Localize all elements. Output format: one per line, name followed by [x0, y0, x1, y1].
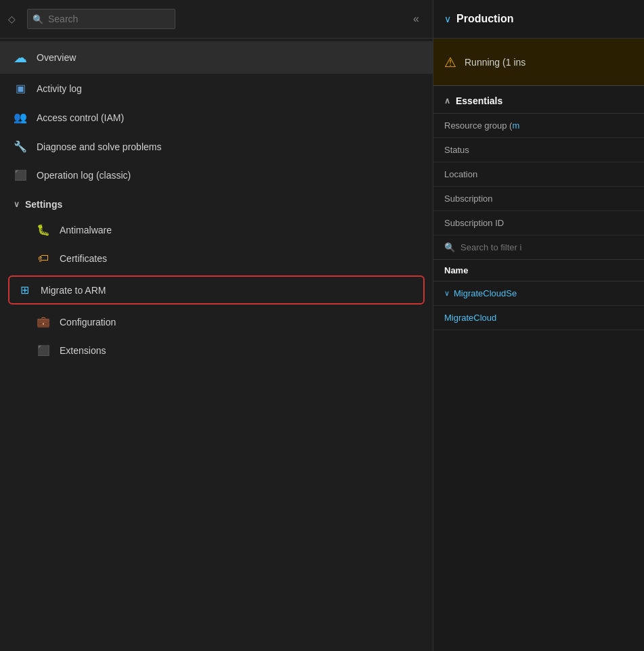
migrate-cloud-label: MigrateCloud — [444, 313, 496, 323]
settings-section-header[interactable]: ∨ Settings — [0, 189, 433, 215]
migrate-to-arm-label: Migrate to ARM — [41, 285, 106, 296]
sidebar: ◇ 🔍 « ☁ Overview ▣ Activity log 👥 Access… — [0, 0, 433, 651]
collapse-button[interactable]: « — [408, 10, 425, 28]
sidebar-item-activity-log[interactable]: ▣ Activity log — [0, 74, 433, 103]
extensions-label: Extensions — [60, 345, 106, 356]
search-icon: 🔍 — [33, 14, 43, 24]
essentials-row-status: Status — [433, 138, 644, 162]
essentials-title: Essentials — [456, 95, 502, 106]
operation-log-icon: ⬛ — [14, 169, 27, 181]
certificates-icon: 🏷 — [37, 252, 50, 265]
migrate-cloud-se-link[interactable]: ∨ MigrateCloudSe — [444, 288, 633, 298]
table-column-name: Name — [444, 265, 468, 275]
search-input[interactable] — [27, 9, 175, 29]
search-input-wrapper: 🔍 — [27, 9, 402, 29]
filter-search-icon: 🔍 — [444, 242, 455, 252]
essentials-header[interactable]: ∧ Essentials — [433, 86, 644, 114]
diamond-icon: ◇ — [8, 14, 22, 24]
panel-title: Production — [456, 13, 513, 25]
overview-label: Overview — [37, 52, 76, 63]
antimalware-icon: 🐛 — [37, 223, 50, 236]
essentials-row-subscription: Subscription — [433, 187, 644, 211]
status-text: Running (1 ins — [465, 57, 525, 68]
table-items: ∨ MigrateCloudSe MigrateCloud — [433, 282, 644, 330]
subscription-id-label: Subscription ID — [444, 218, 504, 228]
sidebar-item-configuration[interactable]: 💼 Configuration — [0, 307, 433, 336]
essentials-row-subscription-id: Subscription ID — [433, 211, 644, 235]
settings-label: Settings — [25, 199, 62, 210]
sidebar-item-diagnose[interactable]: 🔧 Diagnose and solve problems — [0, 132, 433, 161]
antimalware-label: Antimalware — [60, 225, 112, 235]
sidebar-item-antimalware[interactable]: 🐛 Antimalware — [0, 215, 433, 244]
sidebar-item-migrate-to-arm[interactable]: ⊞ Migrate to ARM — [8, 275, 425, 305]
configuration-label: Configuration — [60, 317, 116, 328]
migrate-cloud-se-label: MigrateCloudSe — [454, 288, 517, 298]
warning-icon: ⚠ — [444, 54, 456, 70]
table-header: Name — [433, 260, 644, 282]
extensions-icon: ⬛ — [37, 344, 50, 357]
location-label: Location — [444, 169, 477, 179]
right-panel: ∨ Production ⚠ Running (1 ins ∧ Essentia… — [433, 0, 644, 651]
table-row: ∨ MigrateCloudSe — [433, 282, 644, 306]
overview-icon: ☁ — [14, 49, 27, 66]
diagnose-icon: 🔧 — [14, 140, 27, 153]
status-banner: ⚠ Running (1 ins — [433, 39, 644, 86]
settings-chevron-icon: ∨ — [14, 200, 20, 209]
table-row: MigrateCloud — [433, 306, 644, 330]
migrate-to-arm-icon: ⊞ — [18, 284, 31, 296]
sidebar-item-extensions[interactable]: ⬛ Extensions — [0, 336, 433, 365]
essentials-row-resource-group: Resource group (m — [433, 114, 644, 138]
sidebar-item-certificates[interactable]: 🏷 Certificates — [0, 244, 433, 273]
search-bar: ◇ 🔍 « — [0, 0, 433, 39]
panel-header: ∨ Production — [433, 0, 644, 39]
chevron-row-icon: ∨ — [444, 289, 450, 298]
sidebar-item-access-control[interactable]: 👥 Access control (IAM) — [0, 103, 433, 132]
status-label: Status — [444, 145, 469, 155]
resource-group-label: Resource group (m — [444, 120, 519, 131]
migrate-cloud-link[interactable]: MigrateCloud — [444, 313, 633, 323]
filter-input[interactable] — [460, 242, 633, 252]
diagnose-label: Diagnose and solve problems — [37, 141, 161, 152]
resource-group-link[interactable]: m — [512, 120, 519, 131]
sidebar-item-overview[interactable]: ☁ Overview — [0, 41, 433, 74]
essentials-chevron-icon: ∧ — [444, 96, 450, 106]
activity-log-icon: ▣ — [14, 82, 27, 95]
essentials-row-location: Location — [433, 162, 644, 187]
certificates-label: Certificates — [60, 253, 107, 264]
panel-chevron-down-icon: ∨ — [444, 14, 451, 24]
activity-log-label: Activity log — [37, 83, 82, 94]
filter-bar: 🔍 — [433, 235, 644, 260]
essentials-section: ∧ Essentials Resource group (m Status Lo… — [433, 86, 644, 235]
access-control-label: Access control (IAM) — [37, 112, 124, 123]
operation-log-label: Operation log (classic) — [37, 170, 131, 181]
subscription-label: Subscription — [444, 194, 493, 204]
configuration-icon: 💼 — [37, 315, 50, 328]
access-control-icon: 👥 — [14, 111, 27, 124]
sidebar-item-operation-log[interactable]: ⬛ Operation log (classic) — [0, 161, 433, 189]
nav-items: ☁ Overview ▣ Activity log 👥 Access contr… — [0, 39, 433, 651]
